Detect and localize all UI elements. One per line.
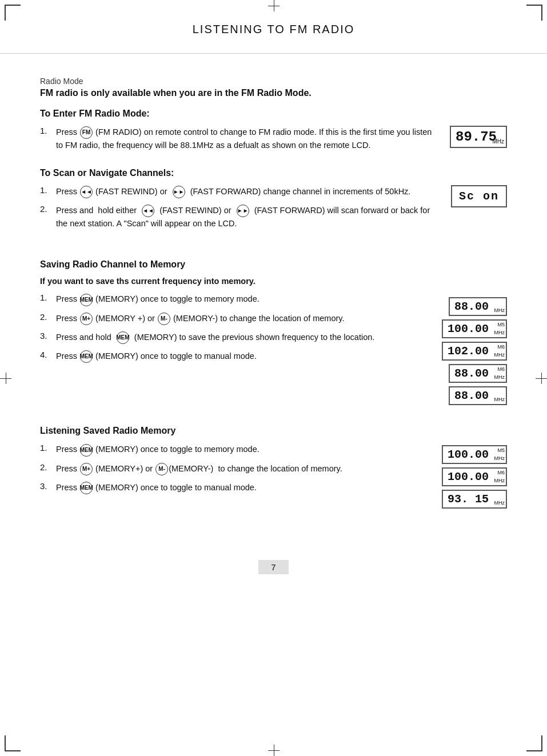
section1-lcd-display: 89.75MHz bbox=[450, 126, 507, 148]
main-content: Radio Mode FM radio is only available wh… bbox=[0, 71, 547, 543]
step-text-s3-3: Press and hold MEM (MEMORY) to save the … bbox=[56, 331, 427, 344]
section2-steps: 1. Press ◄◄ (FAST REWIND) or ►► (FAST FO… bbox=[40, 185, 441, 236]
step-s4-1: 1. Press MEM (MEMORY) once to toggle to … bbox=[40, 443, 427, 456]
lcd-88-plain: 88.00MHz bbox=[449, 297, 507, 316]
step-s2-1: 1. Press ◄◄ (FAST REWIND) or ►► (FAST FO… bbox=[40, 185, 441, 198]
lcd-s4-93-mhz: MHz bbox=[494, 500, 505, 506]
step-num-s3-2: 2. bbox=[40, 312, 56, 322]
crosshair-top bbox=[268, 0, 280, 11]
spacer2 bbox=[40, 405, 507, 415]
step-s2-2: 2. Press and hold either ◄◄ (FAST REWIND… bbox=[40, 204, 441, 230]
corner-mark-tl bbox=[5, 5, 21, 21]
step-text-s4-2: Press M+ (MEMORY+) or M-(MEMORY-) to cha… bbox=[56, 462, 427, 475]
mplus-btn-icon: M+ bbox=[80, 313, 93, 325]
step-s3-3: 3. Press and hold MEM (MEMORY) to save t… bbox=[40, 331, 427, 344]
lcd-88-plain-2-mhz: MHz bbox=[494, 397, 505, 402]
step-s3-1: 1. Press MEM (MEMORY) once to toggle to … bbox=[40, 293, 427, 306]
section4-layout: 1. Press MEM (MEMORY) once to toggle to … bbox=[40, 443, 507, 509]
mminus-btn-icon: M- bbox=[158, 313, 170, 325]
lcd-s4-100-m5-mhz: MHz bbox=[494, 455, 505, 461]
section4-heading: Listening Saved Radio Memory bbox=[40, 426, 507, 436]
page-number: 7 bbox=[258, 560, 288, 574]
step-text-s3-1: Press MEM (MEMORY) once to toggle to mem… bbox=[56, 293, 427, 306]
section4-steps-col: 1. Press MEM (MEMORY) once to toggle to … bbox=[40, 443, 427, 500]
lcd-s4-100-m5-sup: M5 bbox=[497, 447, 505, 453]
step-text-s2-1: Press ◄◄ (FAST REWIND) or ►► (FAST FORWA… bbox=[56, 185, 441, 198]
lcd-s4-93: 93. 15MHz bbox=[442, 490, 507, 509]
lcd-102-m6-sup: M6 bbox=[497, 344, 505, 350]
lcd-100-m5: 100.00M5MHz bbox=[442, 319, 507, 338]
crosshair-right bbox=[536, 373, 547, 384]
step-s3-2: 2. Press M+ (MEMORY +) or M- (MEMORY-) t… bbox=[40, 312, 427, 325]
lcd-s4-100-m6: 100.00M6MHz bbox=[442, 467, 507, 486]
step-num-s2-2: 2. bbox=[40, 204, 56, 214]
lcd-88-plain-mhz: MHz bbox=[494, 307, 505, 313]
lcd-102-m6: 102.00M6MHz bbox=[442, 342, 507, 361]
mplus-btn-icon-s4: M+ bbox=[80, 463, 93, 475]
section3-layout: If you want to save ths current frequenc… bbox=[40, 277, 507, 405]
lcd-s4-100-m5: 100.00M5MHz bbox=[442, 445, 507, 464]
crosshair-left bbox=[0, 373, 11, 384]
forward-btn-icon: ►► bbox=[173, 186, 185, 198]
rewind-btn-icon: ◄◄ bbox=[80, 186, 93, 198]
section3-heading: Saving Radio Channel to Memory bbox=[40, 259, 507, 270]
lcd-100-m5-mhz: MHz bbox=[494, 330, 505, 335]
rewind-btn-icon-2: ◄◄ bbox=[142, 205, 154, 217]
section4-lcd-col: 100.00M5MHz 100.00M6MHz 93. 15MHz bbox=[427, 445, 507, 509]
mem-btn-icon-s4-3: MEM bbox=[80, 482, 93, 494]
mem-btn-icon-s3-3: MEM bbox=[117, 331, 129, 344]
step-text-s1-1: Press FM (FM RADIO) on remote control to… bbox=[56, 126, 440, 152]
step-text-s3-4: Press MEM (MEMORY) once to toggle to man… bbox=[56, 350, 427, 363]
lcd-102-m6-mhz: MHz bbox=[494, 352, 505, 358]
section2-heading: To Scan or Navigate Channels: bbox=[40, 168, 507, 178]
section1-step1-row: 1. Press FM (FM RADIO) on remote control… bbox=[40, 126, 507, 158]
step-num-s3-1: 1. bbox=[40, 293, 56, 302]
step-num-s4-2: 2. bbox=[40, 462, 56, 472]
step-num-s4-1: 1. bbox=[40, 443, 56, 453]
lcd-s4-100-m6-mhz: MHz bbox=[494, 478, 505, 483]
lcd-100-m5-sup: M5 bbox=[497, 322, 505, 327]
section3-sub-bold: If you want to save ths current frequenc… bbox=[40, 277, 427, 286]
page-footer: 7 bbox=[0, 560, 547, 574]
crosshair-bottom bbox=[268, 745, 280, 756]
step-num-s3-4: 4. bbox=[40, 350, 56, 359]
lcd-88-m6: 88.00M6MHz bbox=[449, 364, 507, 383]
mem-btn-icon-s4-1: MEM bbox=[80, 444, 93, 457]
lcd-s4-100-m6-sup: M6 bbox=[497, 470, 505, 475]
mem-btn-icon-s3-4: MEM bbox=[80, 350, 93, 363]
step-s4-2: 2. Press M+ (MEMORY+) or M-(MEMORY-) to … bbox=[40, 462, 427, 475]
section1-heading: To Enter FM Radio Mode: bbox=[40, 109, 507, 119]
lcd-88-plain-2: 88.00MHz bbox=[449, 386, 507, 405]
step-num-s4-3: 3. bbox=[40, 481, 56, 491]
step-num-s3-3: 3. bbox=[40, 331, 56, 341]
step-text-s4-3: Press MEM (MEMORY) once to toggle to man… bbox=[56, 481, 427, 494]
section2-scan-lcd: Sc on bbox=[451, 185, 507, 207]
corner-mark-br bbox=[526, 735, 542, 751]
lcd-88-m6-mhz: MHz bbox=[494, 374, 505, 380]
section3-steps-col: If you want to save ths current frequenc… bbox=[40, 277, 427, 369]
intro-bold: FM radio is only available when you are … bbox=[40, 88, 507, 98]
fm-button-icon: FM bbox=[80, 126, 93, 139]
radio-mode-label: Radio Mode bbox=[40, 77, 507, 86]
step-s3-4: 4. Press MEM (MEMORY) once to toggle to … bbox=[40, 350, 427, 363]
freq-display-89: 89.75MHz bbox=[450, 126, 507, 148]
step-s1-1: 1. Press FM (FM RADIO) on remote control… bbox=[40, 126, 440, 152]
forward-btn-icon-2: ►► bbox=[237, 205, 249, 217]
mminus-btn-icon-s4: M- bbox=[155, 463, 168, 475]
scan-display: Sc on bbox=[451, 185, 507, 207]
section3-lcd-col: 88.00MHz 100.00M5MHz 102.00M6MHz 88.00M6… bbox=[427, 297, 507, 405]
lcd-88-m6-sup: M6 bbox=[497, 366, 505, 372]
corner-mark-bl bbox=[5, 735, 21, 751]
corner-mark-tr bbox=[526, 5, 542, 21]
spacer1 bbox=[40, 241, 507, 249]
step-text-s2-2: Press and hold either ◄◄ (FAST REWIND) o… bbox=[56, 204, 441, 230]
step-text-s3-2: Press M+ (MEMORY +) or M- (MEMORY-) to c… bbox=[56, 312, 427, 325]
step-text-s4-1: Press MEM (MEMORY) once to toggle to mem… bbox=[56, 443, 427, 456]
mem-btn-icon-s3-1: MEM bbox=[80, 294, 93, 306]
section1-steps: 1. Press FM (FM RADIO) on remote control… bbox=[40, 126, 440, 158]
mhz-label-89: MHz bbox=[492, 138, 504, 145]
step-num-s2-1: 1. bbox=[40, 185, 56, 195]
step-num-s1-1: 1. bbox=[40, 126, 56, 135]
section2-steps-row: 1. Press ◄◄ (FAST REWIND) or ►► (FAST FO… bbox=[40, 185, 507, 236]
step-s4-3: 3. Press MEM (MEMORY) once to toggle to … bbox=[40, 481, 427, 494]
